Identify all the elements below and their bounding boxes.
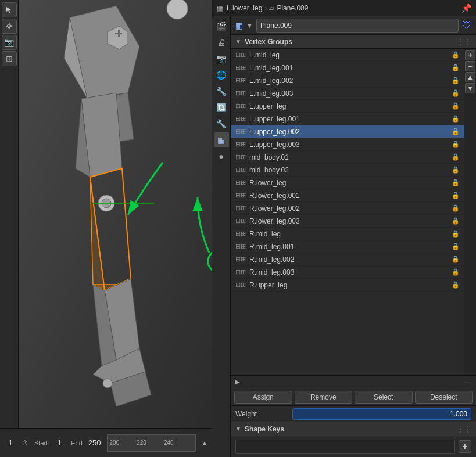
timeline-marker-220: 220 [137, 440, 146, 446]
section-collapse-arrow: ▼ [235, 38, 241, 45]
shape-keys-list-area[interactable] [235, 440, 455, 454]
panel-content: 🎬 🖨 📷 🌐 🔧 🔃 🔧 ▦ ● ▦ ▼ 🛡 ▼ Vertex Groups [212, 16, 476, 457]
vg-item-name: L.upper_leg.002 [249, 128, 448, 136]
vg-item-name: R.lower_leg [249, 179, 448, 187]
vertex-group-item[interactable]: ⊞⊞ L.upper_leg 🔒 [231, 100, 464, 113]
vg-lock-icon: 🔒 [452, 217, 460, 225]
vertex-group-item[interactable]: ⊞⊞ R.lower_leg.002 🔒 [231, 202, 464, 215]
breadcrumb-separator: › [264, 4, 267, 12]
vg-grid-icon: ⊞⊞ [235, 77, 246, 84]
vg-grid-icon: ⊞⊞ [235, 128, 246, 135]
breadcrumb: L.lower_leg › ▱ Plane.009 [227, 4, 308, 12]
timeline-marker-200: 200 [110, 440, 120, 446]
shape-keys-header[interactable]: ▼ Shape Keys ⋮⋮ [231, 422, 476, 436]
vertex-group-item[interactable]: ⊞⊞ L.mid_leg.002 🔒 [231, 74, 464, 87]
vertex-group-item[interactable]: ⊞⊞ R.mid_leg.003 🔒 [231, 266, 464, 279]
vg-item-name: L.upper_leg [249, 102, 448, 110]
properties-sidebar: 🎬 🖨 📷 🌐 🔧 🔃 🔧 ▦ ● [212, 16, 231, 457]
select-tool-btn[interactable] [2, 2, 17, 17]
timeline-bar: 1 ⏱ Start 1 End 250 200 220 240 ▲ [0, 428, 212, 457]
output-props-icon[interactable]: 🖨 [214, 35, 229, 50]
vg-move-down-btn[interactable]: ▼ [465, 83, 475, 93]
vg-item-name: L.mid_leg.002 [249, 77, 448, 85]
shape-keys-add-btn[interactable]: + [459, 440, 471, 453]
vg-item-name: R.upper_leg [249, 281, 448, 289]
vertex-group-item[interactable]: ⊞⊞ mid_body.01 🔒 [231, 151, 464, 164]
camera-icon-btn[interactable]: 📷 [2, 35, 17, 50]
vertex-group-item[interactable]: ⊞⊞ R.mid_leg.002 🔒 [231, 253, 464, 266]
data-props-icon[interactable]: ▦ [214, 132, 229, 147]
shape-keys-section: ▼ Shape Keys ⋮⋮ + [231, 422, 476, 457]
assign-button[interactable]: Assign [234, 391, 292, 404]
vertex-group-item[interactable]: ⊞⊞ L.upper_leg.003 🔒 [231, 138, 464, 151]
pin-button[interactable]: 📌 [461, 3, 471, 13]
vg-item-name: L.mid_leg.001 [249, 64, 448, 72]
vertex-group-item[interactable]: ⊞⊞ R.lower_leg.003 🔒 [231, 215, 464, 228]
remove-button[interactable]: Remove [295, 391, 353, 404]
vg-remove-btn[interactable]: − [465, 61, 475, 71]
left-toolbar: ✥ 📷 ⊞ [0, 0, 19, 457]
vertex-group-item[interactable]: ⊞⊞ L.upper_leg.001 🔒 [231, 113, 464, 125]
vertex-group-item[interactable]: ⊞⊞ R.mid_leg 🔒 [231, 228, 464, 240]
material-props-icon[interactable]: ● [214, 149, 229, 164]
timeline-expand-btn[interactable]: ▲ [202, 440, 207, 446]
vg-lock-icon: 🔒 [452, 102, 460, 110]
object-props-icon[interactable]: 🔃 [214, 100, 229, 115]
vg-item-name: L.mid_leg [249, 51, 448, 59]
vg-add-btn[interactable]: + [465, 50, 475, 60]
vg-expand-arrow[interactable]: ▶ [235, 379, 240, 385]
scene-props-icon[interactable]: 🌐 [214, 67, 229, 82]
viewport-3d[interactable]: △ ✥ 📷 ⊞ 1 ⏱ Start 1 End 250 200 220 240 … [0, 0, 212, 457]
vg-lock-icon: 🔒 [452, 166, 460, 174]
svg-rect-6 [118, 30, 120, 37]
vg-grid-icon: ⊞⊞ [235, 192, 246, 199]
vertex-groups-title: Vertex Groups [245, 38, 292, 46]
vertex-group-item[interactable]: ⊞⊞ L.mid_leg.003 🔒 [231, 87, 464, 100]
vertex-groups-list[interactable]: ⊞⊞ L.mid_leg 🔒 ⊞⊞ L.mid_leg.001 🔒 ⊞⊞ L.m… [231, 49, 464, 375]
vg-lock-icon: 🔒 [452, 51, 460, 59]
object-name-input[interactable] [256, 19, 459, 33]
vertex-group-item[interactable]: ⊞⊞ L.upper_leg.002 🔒 [231, 125, 464, 138]
vg-lock-icon: 🔒 [452, 204, 460, 212]
current-frame: 1 [5, 438, 16, 447]
world-props-icon[interactable]: 🔧 [214, 84, 229, 99]
deselect-button[interactable]: Deselect [415, 391, 473, 404]
vertex-group-item[interactable]: ⊞⊞ R.lower_leg 🔒 [231, 177, 464, 189]
vertex-group-item[interactable]: ⊞⊞ mid_body.02 🔒 [231, 164, 464, 177]
panel-header: ▦ L.lower_leg › ▱ Plane.009 📌 [212, 0, 476, 16]
vg-grid-icon: ⊞⊞ [235, 243, 246, 250]
select-button[interactable]: Select [355, 391, 413, 404]
vg-lock-icon: 🔒 [452, 243, 460, 250]
vg-move-up-btn[interactable]: ▲ [465, 72, 475, 82]
shape-keys-menu-dots[interactable]: ⋮⋮ [456, 424, 471, 434]
end-frame: 250 [88, 438, 101, 447]
move-tool-btn[interactable]: ✥ [2, 19, 17, 34]
render-props-icon[interactable]: 🎬 [214, 19, 229, 34]
view-layer-icon[interactable]: 📷 [214, 51, 229, 66]
end-label: End [71, 440, 83, 447]
vertex-group-item[interactable]: ⊞⊞ L.mid_leg.001 🔒 [231, 62, 464, 74]
grid-view-btn[interactable]: ⊞ [2, 51, 17, 66]
dropdown-arrow[interactable]: ▼ [246, 22, 253, 29]
vg-item-name: R.lower_leg.002 [249, 204, 448, 213]
vg-lock-icon: 🔒 [452, 64, 460, 71]
vg-lock-icon: 🔒 [452, 153, 460, 161]
vertex-group-item[interactable]: ⊞⊞ R.lower_leg.001 🔒 [231, 189, 464, 202]
vertex-group-item[interactable]: ⊞⊞ R.upper_leg 🔒 [231, 279, 464, 292]
vertex-group-item[interactable]: ⊞⊞ L.mid_leg 🔒 [231, 49, 464, 62]
start-label: Start [34, 440, 48, 447]
vertex-group-item[interactable]: ⊞⊞ R.mid_leg.001 🔒 [231, 240, 464, 253]
section-menu-dots[interactable]: ⋮⋮ [456, 37, 471, 46]
breadcrumb-parent: L.lower_leg [227, 4, 262, 12]
weight-label: Weight [235, 410, 292, 418]
vg-drag-handle: ⋯ [464, 378, 471, 386]
timeline-ruler[interactable]: 200 220 240 [107, 434, 196, 452]
object-shield-icon: 🛡 [462, 20, 471, 31]
vg-lock-icon: 🔒 [452, 230, 460, 238]
weight-bar[interactable]: 1.000 [292, 408, 471, 420]
vg-item-name: L.upper_leg.001 [249, 115, 448, 123]
modifier-props-icon[interactable]: 🔧 [214, 116, 229, 131]
vg-grid-icon: ⊞⊞ [235, 179, 246, 186]
vertex-groups-section-header[interactable]: ▼ Vertex Groups ⋮⋮ [231, 35, 476, 49]
vg-grid-icon: ⊞⊞ [235, 217, 246, 225]
